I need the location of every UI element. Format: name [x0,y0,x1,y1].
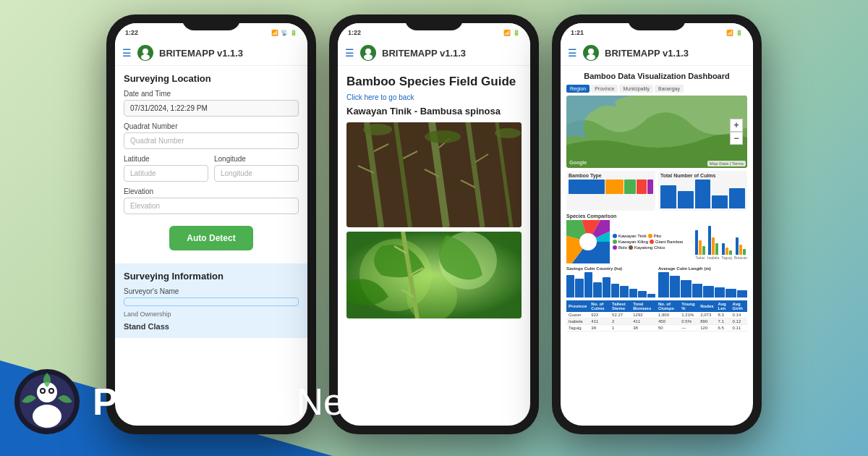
th-biomass: Total Biomass [631,300,656,312]
td-province-1: Guzon [566,312,589,318]
latitude-input[interactable]: Latitude [124,165,208,182]
tab-province[interactable]: Province [591,85,618,93]
svg-point-41 [587,54,595,60]
legend-kawayan-kiling: Kawayan Kiling [613,240,648,244]
hamburger-icon-3[interactable]: ☰ [568,47,577,59]
bottom-charts-row: Savings Culm Country (ha) [566,266,747,297]
phone-3-notch [628,14,686,30]
table-header-row: Province No. of Culms Tallest Stems Tota… [566,300,747,312]
sbar-6 [611,284,619,297]
savings-bars [566,272,655,297]
phone-1-notch [182,14,240,30]
phone-2-app-header: ☰ BRITEMAPP v1.1.3 [338,41,530,66]
quadrat-input[interactable]: Quadrat Number [124,132,299,149]
dashboard-title: Bamboo Data Visualization Dashboard [566,72,747,80]
field-guide-title: Bamboo Species Field Guide [346,75,522,89]
group-taguig: Taguig [721,226,732,260]
hamburger-icon[interactable]: ☰ [122,47,132,59]
phone-2-content: Bamboo Species Field Guide Click here to… [338,66,530,327]
bar-t2 [699,240,702,255]
bar-i1 [708,226,711,255]
legend-kawayan-tinik: Kawayan Tinik [613,234,647,238]
phone-3-time: 1:21 [571,29,584,36]
bar-b1 [736,237,739,255]
species-comparison-charts: Kawayan Tinik Pito Kawayan Kiling [566,220,747,263]
bar-b2 [739,245,742,255]
savings-chart-section: Savings Culm Country (ha) [566,266,655,297]
battery-icon-2: 🔋 [513,30,520,36]
signal-icon: 📡 [281,30,288,36]
elevation-input[interactable]: Elevation [124,198,299,214]
wifi-icon: 📶 [271,30,278,36]
pie-chart [566,220,610,263]
td-avggirth-3: 0.11 [731,325,747,332]
td-avglen-2: 7.1 [716,318,731,325]
legend-label-4: Giant Bamboo [655,240,683,244]
td-province-2: Isabela [566,318,589,325]
bamboo-type-label: Bamboo Type [569,173,653,178]
zoom-out-button[interactable]: − [730,132,743,145]
zoom-in-button[interactable]: + [730,119,743,132]
bar-tg3 [729,250,732,255]
app-logo-icon [137,45,153,61]
auto-detect-button[interactable]: Auto Detect [169,226,252,250]
surveyor-name-label: Surveyor's Name [124,287,299,295]
svg-point-50 [579,233,597,250]
th-avg-girth: Avg Girth [731,300,747,312]
td-clumps-3: 50 [656,325,679,332]
td-nodes-3: 120 [698,325,715,332]
lat-lon-row: Latitude Latitude Longitude Longitude [124,149,299,182]
culm-bar-2 [678,191,694,208]
sbar-10 [647,294,655,297]
phone-2-app-title: BRITEMAPP v1.1.3 [382,48,466,59]
surveying-location-title: Surveying Location [124,73,299,84]
tab-region[interactable]: Region [566,85,590,93]
abar-1 [658,272,669,297]
th-nodes: Nodes [698,300,715,312]
culm-bar-4 [712,195,728,208]
legend-kayatong: Kayatong Chico [629,245,665,250]
back-link[interactable]: Click here to go back [346,93,522,101]
longitude-input[interactable]: Longitude [214,165,299,182]
legend-dot-3 [613,240,617,244]
phone-2-status-icons: 📶 🔋 [503,30,520,36]
phone-1-content: Surveying Location Date and Time 07/31/2… [115,66,307,258]
legend-dot-4 [650,240,654,244]
bamboo-type-section: Bamboo Type [566,171,655,211]
td-young-1: 1.21% [679,312,698,318]
date-input[interactable]: 07/31/2024, 1:22:29 PM [124,100,299,117]
sbar-3 [584,272,592,297]
wifi-icon-2: 📶 [503,30,511,36]
hamburger-icon-2[interactable]: ☰ [345,47,354,59]
sbar-9 [638,291,646,297]
label-taguig: Taguig [721,256,732,260]
tab-barangay[interactable]: Barangay [655,85,684,93]
tab-municipality[interactable]: Municipality [619,85,653,93]
survey-info-section: Surveying Information Surveyor's Name La… [115,263,307,338]
bar-pito [605,180,624,194]
average-label: Average Culm Length (m) [658,266,747,271]
legend-label-6: Kayatong Chico [634,245,665,250]
th-stems: Tallest Stems [610,300,631,312]
phone-3-screen: 1:21 📶 🔋 ☰ BRITEMAPP v1.1.3 Bamboo Data … [561,23,753,426]
stand-class-label: Stand Class [124,322,299,331]
sbar-7 [620,286,628,297]
legend-label-5: Bolo [618,245,627,250]
svg-rect-30 [346,122,522,227]
td-biomass-3: 38 [631,325,656,332]
phone-1-time: 1:22 [125,29,138,36]
label-tarlac: Tarlac [695,256,705,260]
legend-dot-1 [613,234,617,238]
td-avggirth-1: 0.14 [731,312,747,318]
td-clumps-1: 1,900 [656,312,679,318]
surveyor-name-input[interactable] [124,297,299,306]
td-young-2: 0.5% [679,318,698,325]
map-zoom-controls: + − [730,119,743,145]
th-province: Province [566,300,589,312]
total-culms-label: Total Number of Culms [660,173,745,178]
phone-2-time: 1:22 [348,29,361,36]
savings-label: Savings Culm Country (ha) [566,266,655,271]
map-data-label: Map Data | Terms [707,161,746,166]
legend-label-3: Kawayan Kiling [618,240,648,244]
th-culms: No. of Culms [589,300,610,312]
